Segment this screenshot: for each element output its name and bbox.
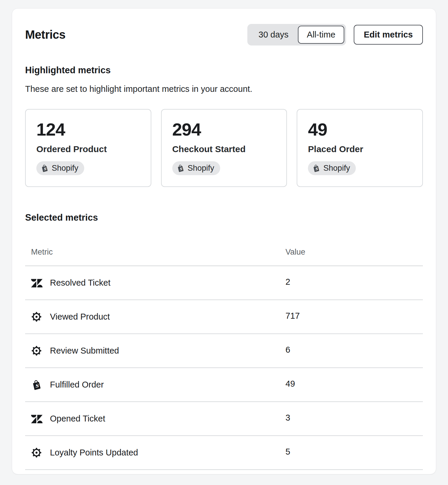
table-header-row: Metric Value [25,238,423,266]
highlighted-metrics-description: These are set to highlight important met… [25,83,423,95]
zendesk-icon [31,279,43,287]
table-row-fulfilled-order: Fulfilled Order 49 [25,368,423,402]
metric-name: Viewed Product [50,312,110,322]
metric-value: 49 [285,379,295,389]
metric-value: 2 [285,277,290,287]
metric-name: Opened Ticket [50,414,105,424]
zendesk-icon [31,414,43,423]
metric-card-label: Checkout Started [172,144,276,154]
metric-card-value: 294 [172,120,276,139]
metrics-panel: Metrics 30 days All-time Edit metrics Hi… [12,8,436,474]
header-controls: 30 days All-time Edit metrics [247,24,423,45]
source-badge: Shopify [172,161,220,175]
gear-icon [31,311,42,322]
shopify-icon [176,164,184,172]
metric-card-value: 49 [308,120,412,139]
toggle-option-30-days[interactable]: 30 days [249,26,298,44]
metric-card-placed-order: 49 Placed Order Shopify [297,109,423,187]
toggle-option-all-time[interactable]: All-time [298,26,344,44]
shopify-icon [40,164,48,172]
source-badge: Shopify [36,161,84,175]
selected-metrics-heading: Selected metrics [25,212,423,223]
gear-icon [31,345,42,356]
gear-icon [31,447,42,458]
selected-metrics-section: Selected metrics Metric Value Resolved T… [25,212,423,470]
table-row-opened-ticket: Opened Ticket 3 [25,402,423,436]
edit-metrics-button[interactable]: Edit metrics [354,25,423,45]
metric-name: Review Submitted [50,346,119,356]
shopify-icon [312,164,320,172]
metric-value: 6 [285,345,290,355]
metric-card-label: Placed Order [308,144,412,154]
panel-header: Metrics 30 days All-time Edit metrics [25,24,423,45]
metric-value: 717 [285,311,300,321]
metric-card-label: Ordered Product [36,144,140,154]
table-row-viewed-product: Viewed Product 717 [25,300,423,334]
source-badge-label: Shopify [188,164,214,173]
source-badge-label: Shopify [323,164,350,173]
column-header-value: Value [285,248,305,257]
metric-value: 3 [285,413,290,423]
table-row-loyalty-points-updated: Loyalty Points Updated 5 [25,436,423,470]
selected-metrics-table: Metric Value Resolved Ticket 2 Viewed Pr… [25,238,423,470]
table-row-review-submitted: Review Submitted 6 [25,334,423,368]
metric-name: Fulfilled Order [50,380,104,390]
metric-card-checkout-started: 294 Checkout Started Shopify [161,109,287,187]
highlighted-metrics-section: Highlighted metrics These are set to hig… [25,65,423,187]
metric-value: 5 [285,447,290,457]
table-row-resolved-ticket: Resolved Ticket 2 [25,266,423,300]
shopify-icon [31,380,42,390]
metrics-page: { "header": { "title": "Metrics", "time_… [0,0,448,485]
page-title: Metrics [25,28,66,41]
highlighted-metric-cards: 124 Ordered Product Shopify 294 Checkout… [25,109,423,187]
metric-name: Loyalty Points Updated [50,448,138,458]
highlighted-metrics-heading: Highlighted metrics [25,65,423,76]
source-badge: Shopify [308,161,356,175]
column-header-metric: Metric [31,248,53,257]
metric-name: Resolved Ticket [50,278,111,288]
metric-card-value: 124 [36,120,140,139]
metric-card-ordered-product: 124 Ordered Product Shopify [25,109,151,187]
source-badge-label: Shopify [52,164,78,173]
time-range-toggle[interactable]: 30 days All-time [247,24,346,45]
